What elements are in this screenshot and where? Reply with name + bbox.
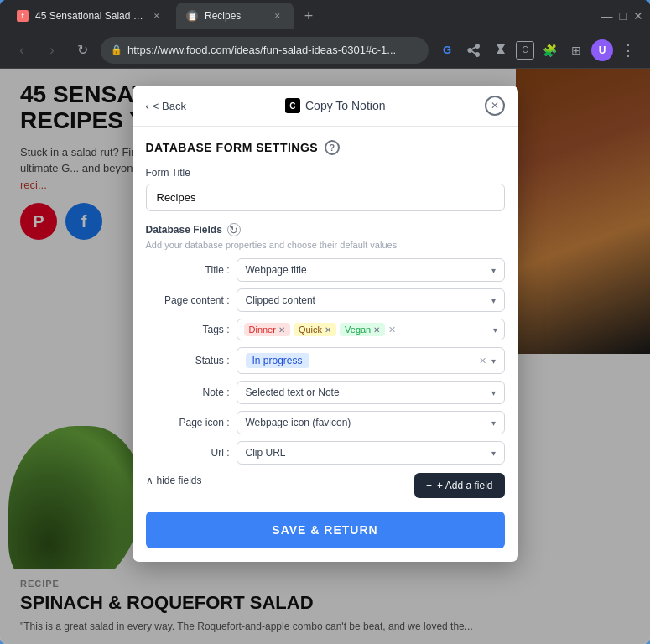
window-restore[interactable]: □	[620, 9, 627, 23]
db-fields-header: Database Fields ↻	[146, 223, 505, 236]
field-label-title: Title :	[146, 264, 230, 276]
tag-dinner: Dinner ✕	[244, 323, 290, 336]
window-close[interactable]: ✕	[633, 9, 643, 23]
tab-1-favicon: f	[17, 10, 29, 22]
tab-2-favicon: 📋	[186, 10, 198, 22]
help-icon[interactable]: ?	[325, 140, 340, 155]
field-note-text: Selected text or Note	[246, 387, 340, 398]
hide-fields-toggle[interactable]: ∧ hide fields	[146, 475, 202, 486]
field-row-status: Status : In progress ✕ ▾	[146, 347, 505, 374]
tag-quick-label: Quick	[299, 325, 322, 335]
back-button[interactable]: ‹	[10, 39, 34, 62]
tab-2-label: Recipes	[205, 10, 241, 22]
modal-dialog: ‹ < Back C Copy To Notion ✕ DATABASE FOR…	[133, 86, 518, 562]
add-field-label: + Add a field	[437, 480, 492, 491]
more-menu[interactable]: ⋮	[616, 39, 640, 62]
modal-section-title: DATABASE FORM SETTINGS ?	[146, 140, 505, 155]
field-page-content-text: Clipped content	[246, 294, 315, 306]
tag-vegan-remove[interactable]: ✕	[373, 325, 380, 335]
status-clear-button[interactable]: ✕	[479, 356, 486, 366]
db-fields-label: Database Fields	[146, 224, 222, 236]
modal-overlay: ‹ < Back C Copy To Notion ✕ DATABASE FOR…	[0, 69, 650, 644]
tags-clear-button[interactable]: ✕	[388, 325, 396, 335]
tab-1-close[interactable]: ✕	[151, 10, 163, 22]
back-arrow-icon: ‹	[146, 100, 149, 112]
window-minimize[interactable]: —	[601, 9, 613, 23]
tag-quick-remove[interactable]: ✕	[325, 325, 331, 335]
notion-logo: C	[285, 98, 300, 113]
modal-footer: SAVE & RETURN	[133, 512, 518, 562]
field-label-tags: Tags :	[146, 324, 230, 335]
tag-vegan: Vegan ✕	[340, 323, 385, 336]
tag-dinner-remove[interactable]: ✕	[278, 325, 285, 335]
field-title-text: Webpage title	[246, 264, 307, 276]
db-fields-hint: Add your database properties and choose …	[146, 240, 505, 250]
address-bar: ‹ › ↻ 🔒 https://www.food.com/ideas/fun-s…	[0, 32, 650, 69]
extension-icon-1[interactable]: C	[516, 41, 534, 60]
google-icon[interactable]: G	[435, 39, 459, 62]
tab-1-active[interactable]: f 45 Sensational Salad Reci... ✕	[7, 3, 173, 29]
hide-chevron-icon: ∧	[146, 475, 153, 486]
modal-body: DATABASE FORM SETTINGS ? Form Title Data…	[133, 127, 518, 512]
tag-vegan-label: Vegan	[345, 325, 371, 335]
form-title-label: Form Title	[146, 167, 505, 179]
field-value-note[interactable]: Selected text or Note ▾	[237, 381, 505, 404]
tag-quick: Quick ✕	[294, 323, 336, 336]
extension-icon-3[interactable]: ⊞	[564, 39, 588, 62]
tab-bar: f 45 Sensational Salad Reci... ✕ 📋 Recip…	[0, 0, 650, 32]
field-value-url[interactable]: Clip URL ▾	[237, 441, 505, 465]
field-url-text: Clip URL	[246, 447, 286, 459]
form-title-group: Form Title	[146, 167, 505, 211]
field-value-page-icon[interactable]: Webpage icon (favicon) ▾	[237, 411, 505, 434]
dropdown-icon-url: ▾	[491, 449, 496, 458]
tab-1-label: 45 Sensational Salad Reci...	[35, 10, 144, 22]
field-label-page-content: Page content :	[146, 294, 230, 306]
add-field-button[interactable]: + + Add a field	[414, 473, 504, 498]
field-value-page-content[interactable]: Clipped content ▾	[237, 288, 505, 312]
field-label-page-icon: Page icon :	[146, 417, 230, 428]
field-page-icon-text: Webpage icon (favicon)	[246, 417, 351, 428]
dropdown-icon-note: ▾	[491, 388, 496, 397]
modal-title-section: C Copy To Notion	[193, 98, 478, 113]
field-row-note: Note : Selected text or Note ▾	[146, 381, 505, 404]
tags-dropdown-icon[interactable]: ▾	[493, 325, 497, 335]
tab-2-close[interactable]: ✕	[272, 10, 283, 22]
modal-header: ‹ < Back C Copy To Notion ✕	[133, 86, 518, 127]
url-box[interactable]: 🔒 https://www.food.com/ideas/fun-salad-i…	[101, 37, 429, 64]
user-avatar[interactable]: U	[591, 39, 613, 61]
save-return-button[interactable]: SAVE & RETURN	[146, 512, 505, 548]
field-label-url: Url :	[146, 447, 230, 459]
field-label-status: Status :	[146, 355, 230, 366]
lock-icon: 🔒	[111, 44, 122, 55]
modal-title: Copy To Notion	[305, 99, 385, 112]
status-badge: In progress	[246, 353, 309, 368]
hide-fields-label: hide fields	[157, 475, 202, 486]
bookmark-icon[interactable]	[489, 39, 512, 62]
tag-dinner-label: Dinner	[249, 325, 276, 335]
dropdown-icon-page-icon: ▾	[491, 418, 496, 428]
field-value-tags[interactable]: Dinner ✕ Quick ✕ Vegan ✕ ✕	[237, 319, 505, 340]
modal-close-button[interactable]: ✕	[485, 96, 505, 116]
field-value-title[interactable]: Webpage title ▾	[237, 258, 505, 282]
form-title-input[interactable]	[146, 184, 505, 211]
extension-icon-2[interactable]: 🧩	[538, 39, 561, 62]
field-row-title: Title : Webpage title ▾	[146, 258, 505, 282]
tab-2[interactable]: 📋 Recipes ✕	[176, 3, 294, 29]
share-icon[interactable]	[462, 39, 486, 62]
new-tab-button[interactable]: +	[297, 4, 320, 28]
status-dropdown-icon[interactable]: ▾	[491, 356, 496, 366]
field-row-page-icon: Page icon : Webpage icon (favicon) ▾	[146, 411, 505, 434]
dropdown-icon-page-content: ▾	[491, 296, 496, 305]
reload-button[interactable]: ↻	[70, 39, 94, 62]
field-row-tags: Tags : Dinner ✕ Quick ✕ Vegan	[146, 319, 505, 340]
page-background: 45 SENSATIONAL SALAD RECIPES YOU WILL CR…	[0, 69, 650, 644]
browser-window: f 45 Sensational Salad Reci... ✕ 📋 Recip…	[0, 0, 650, 644]
forward-button[interactable]: ›	[40, 39, 64, 62]
back-label: < Back	[153, 100, 186, 112]
refresh-icon[interactable]: ↻	[227, 223, 241, 236]
add-icon: +	[426, 480, 432, 491]
field-value-status[interactable]: In progress ✕ ▾	[237, 347, 505, 374]
field-row-url: Url : Clip URL ▾	[146, 441, 505, 465]
back-button-modal[interactable]: ‹ < Back	[146, 100, 186, 112]
tab-bar-controls: — □ ✕	[601, 9, 643, 23]
